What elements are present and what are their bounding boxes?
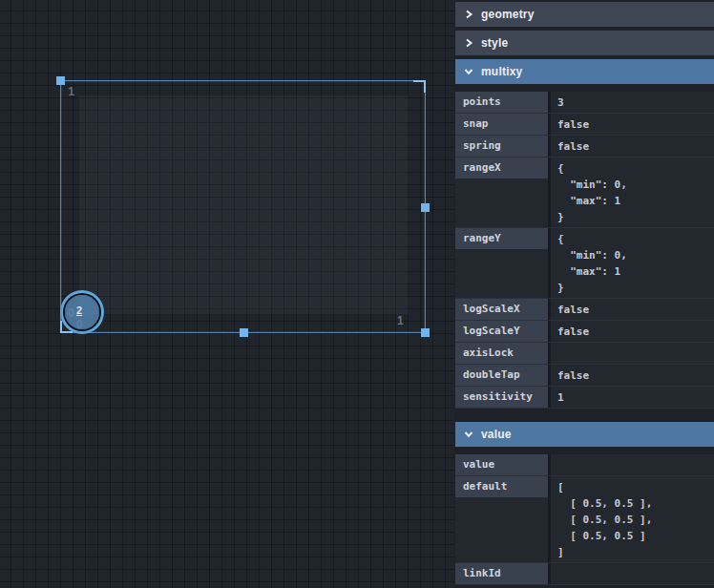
property-row-axisLock: axisLock	[455, 343, 714, 365]
property-value[interactable]: false	[551, 321, 714, 342]
property-value[interactable]: false	[551, 114, 714, 135]
chevron-down-icon	[464, 67, 473, 76]
property-value[interactable]	[551, 563, 714, 584]
property-value[interactable]	[551, 343, 714, 364]
property-value[interactable]: { "min": 0, "max": 1 }	[551, 228, 714, 298]
section-label: multixy	[481, 65, 522, 78]
property-label: linkId	[455, 563, 548, 584]
property-value[interactable]: false	[551, 136, 714, 157]
property-row-logScaleX: logScaleX false	[455, 299, 714, 321]
property-value[interactable]: false	[551, 365, 714, 386]
property-value[interactable]: 1	[551, 387, 714, 408]
chevron-down-icon	[464, 430, 473, 439]
property-row-sensitivity: sensitivity 1	[455, 387, 714, 409]
property-row-rangeX: rangeX { "min": 0, "max": 1 }	[455, 158, 714, 228]
resize-handle-bottom-right[interactable]	[421, 328, 430, 337]
property-value[interactable]: 3	[551, 92, 714, 113]
property-label: axisLock	[455, 343, 548, 364]
selection-corner-top-right	[413, 80, 426, 93]
value-property-list: value default [ [ 0.5, 0.5 ], [ 0.5, 0.5…	[455, 454, 714, 585]
property-label: sensitivity	[455, 387, 548, 408]
multixy-property-list: points 3 snap false spring false rangeX …	[455, 92, 714, 409]
section-label: value	[481, 428, 512, 441]
section-header-value[interactable]: value	[455, 422, 714, 447]
properties-panel: geometry style multixy points 3 snap fal…	[454, 0, 714, 588]
property-label: rangeX	[455, 158, 548, 178]
property-row-default: default [ [ 0.5, 0.5 ], [ 0.5, 0.5 ], [ …	[455, 476, 714, 563]
editor-canvas[interactable]: 1 0 0 1 2	[0, 0, 454, 588]
section-header-geometry[interactable]: geometry	[455, 2, 714, 27]
property-row-doubleTap: doubleTap false	[455, 365, 714, 387]
property-row-rangeY: rangeY { "min": 0, "max": 1 }	[455, 228, 714, 299]
property-row-snap: snap false	[455, 114, 714, 136]
property-label: logScaleY	[455, 321, 548, 342]
property-value[interactable]: false	[551, 299, 714, 320]
property-row-value: value	[455, 454, 714, 476]
section-label: geometry	[481, 8, 535, 21]
resize-handle-right[interactable]	[421, 203, 430, 212]
selection-corner-bottom-left	[60, 321, 73, 333]
property-row-linkId: linkId	[455, 563, 714, 585]
property-row-points: points 3	[455, 92, 714, 114]
property-label: points	[455, 92, 548, 113]
section-label: style	[481, 36, 508, 50]
chevron-right-icon	[464, 38, 473, 48]
property-label: default	[455, 476, 548, 497]
property-row-spring: spring false	[455, 136, 714, 158]
app-window: 1 0 0 1 2 geometry style	[0, 0, 714, 588]
property-label: doubleTap	[455, 365, 548, 386]
property-label: rangeY	[455, 228, 548, 249]
property-label: snap	[455, 114, 548, 135]
property-value[interactable]: [ [ 0.5, 0.5 ], [ 0.5, 0.5 ], [ 0.5, 0.5…	[551, 476, 714, 562]
chevron-right-icon	[464, 10, 473, 19]
resize-handle-bottom[interactable]	[240, 328, 248, 337]
property-label: logScaleX	[455, 299, 548, 320]
property-value[interactable]	[551, 454, 714, 475]
resize-handle-top-left[interactable]	[56, 76, 65, 85]
property-label: spring	[455, 136, 548, 157]
property-value[interactable]: { "min": 0, "max": 1 }	[551, 158, 714, 227]
widget-selection-box[interactable]	[60, 80, 426, 333]
section-header-style[interactable]: style	[455, 31, 714, 55]
section-header-multixy[interactable]: multixy	[455, 59, 714, 84]
property-label: value	[455, 454, 548, 475]
property-row-logScaleY: logScaleY false	[455, 321, 714, 343]
